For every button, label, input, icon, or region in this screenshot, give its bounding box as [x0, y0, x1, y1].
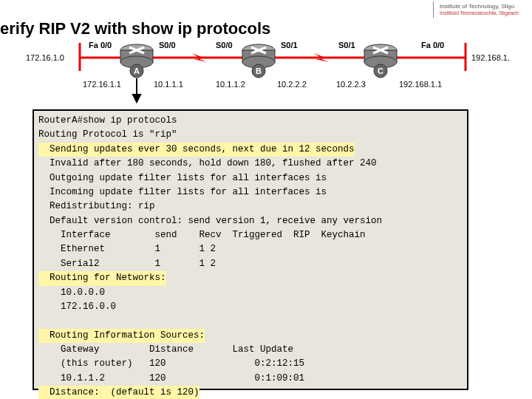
cli-infilter: Incoming update filter lists for all int…: [38, 187, 327, 197]
cli-redist: Redistributing: rip: [38, 201, 155, 211]
cli-net1: 10.0.0.0: [38, 287, 105, 298]
svg-text:B: B: [256, 66, 262, 75]
cli-if-hdr: Interface send Recv Triggered RIP Keycha…: [38, 230, 366, 240]
svg-text:10.1.1.1: 10.1.1.1: [154, 80, 183, 89]
svg-text:172.16.1.1: 172.16.1.1: [83, 80, 121, 89]
cli-ris: Routing Information Sources:: [38, 329, 205, 343]
svg-text:10.2.2.3: 10.2.2.3: [336, 80, 366, 89]
svg-text:C: C: [378, 66, 383, 75]
topology-diagram: 172.16.1.0 192.168.1.0 A Fa 0/0 S0/0 172…: [22, 37, 510, 103]
svg-marker-20: [133, 95, 140, 102]
svg-text:S0/0: S0/0: [216, 41, 233, 50]
cli-outfilter: Outgoing update filter lists for all int…: [38, 173, 327, 183]
svg-text:192.168.1.1: 192.168.1.1: [399, 80, 442, 89]
cli-gw1: (this router) 120 0:2:12:15: [38, 358, 304, 369]
cli-proto: Routing Protocol is "rip": [38, 129, 177, 140]
cli-invalid: Invalid after 180 seconds, hold down 180…: [38, 158, 377, 168]
cli-gwhdr: Gateway Distance Last Update: [38, 344, 293, 355]
router-b: B: [242, 44, 275, 78]
cli-if-ser: Serial2 1 1 2: [38, 259, 216, 269]
logo-line1: Institute of Technology, Sligo: [440, 3, 514, 10]
svg-text:10.2.2.2: 10.2.2.2: [277, 80, 307, 89]
cli-if-eth: Ethernet 1 1 2: [38, 244, 216, 254]
svg-text:A: A: [134, 66, 140, 75]
cli-rfn: Routing for Networks:: [38, 271, 166, 285]
cli-dist: Distance: (default is 120): [38, 386, 200, 399]
cli-output: RouterA#show ip protocols Routing Protoc…: [33, 109, 468, 390]
svg-text:Fa 0/0: Fa 0/0: [421, 41, 444, 50]
cli-prompt: RouterA#show ip protocols: [38, 115, 177, 126]
router-a: A: [120, 44, 153, 78]
svg-text:Fa 0/0: Fa 0/0: [89, 41, 112, 50]
org-logo: Institute of Technology, Sligo Institiúi…: [433, 1, 519, 18]
logo-line2: Institiúid Teicneolaíochta, Sligeach: [440, 10, 519, 16]
svg-text:S0/1: S0/1: [338, 41, 355, 50]
left-network: 172.16.1.0: [26, 53, 64, 62]
cli-gw2: 10.1.1.2 120 0:1:09:01: [38, 373, 304, 383]
svg-text:S0/0: S0/0: [159, 41, 176, 50]
svg-text:S0/1: S0/1: [281, 41, 298, 50]
cli-sending: Sending updates ever 30 seconds, next du…: [38, 143, 355, 157]
page-title: erify RIP V2 with show ip protocols: [0, 19, 270, 38]
svg-text:10.1.1.2: 10.1.1.2: [216, 80, 245, 89]
cli-defver: Default version control: send version 1,…: [38, 216, 382, 226]
right-network: 192.168.1.0: [471, 53, 510, 62]
router-c: C: [364, 44, 397, 78]
cli-net2: 172.16.0.0: [38, 301, 116, 312]
